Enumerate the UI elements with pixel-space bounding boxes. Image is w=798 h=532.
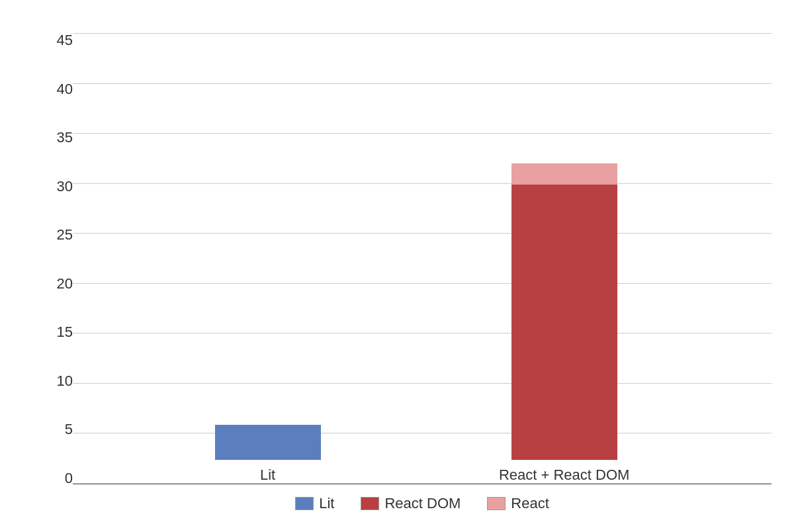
legend-item: React DOM [361, 495, 461, 512]
x-axis-line [73, 484, 772, 484]
legend-label: React DOM [384, 495, 461, 512]
y-axis-label: 15 [40, 325, 73, 339]
bars-row: LitReact + React DOM [73, 33, 772, 484]
chart-area: LitReact + React DOM LitReact DOMReact [73, 33, 772, 519]
bar-group-label: React + React DOM [499, 466, 629, 484]
legend-item: Lit [295, 495, 334, 512]
legend-item: React [487, 495, 549, 512]
y-axis-label: 25 [40, 228, 73, 242]
bar-stack [215, 425, 321, 460]
y-axis-label: 40 [40, 82, 73, 97]
y-axis-label: 5 [40, 422, 73, 437]
legend-swatch [295, 497, 314, 510]
bar-segment-react-dom [511, 185, 617, 460]
bar-segment-lit [215, 425, 321, 460]
bar-stack [511, 163, 617, 460]
y-axis: 454035302520151050 [40, 33, 73, 519]
y-axis-label: 0 [40, 471, 73, 486]
legend-swatch [487, 497, 506, 510]
grid-and-bars: LitReact + React DOM [73, 33, 772, 484]
y-axis-label: 20 [40, 277, 73, 291]
bar-group: React + React DOM [499, 163, 629, 484]
legend-label: Lit [319, 495, 334, 512]
chart-container: 454035302520151050 LitReact + React DOM … [0, 0, 798, 532]
bar-segment-react [511, 163, 617, 185]
chart-body: 454035302520151050 LitReact + React DOM … [40, 33, 772, 519]
y-axis-label: 45 [40, 33, 73, 48]
y-axis-label: 10 [40, 374, 73, 388]
bar-group-label: Lit [260, 466, 275, 484]
legend-swatch [361, 497, 379, 510]
y-axis-label: 35 [40, 130, 73, 145]
legend: LitReact DOMReact [73, 495, 772, 519]
y-axis-label: 30 [40, 179, 73, 194]
legend-label: React [511, 495, 549, 512]
bar-group: Lit [215, 425, 321, 484]
